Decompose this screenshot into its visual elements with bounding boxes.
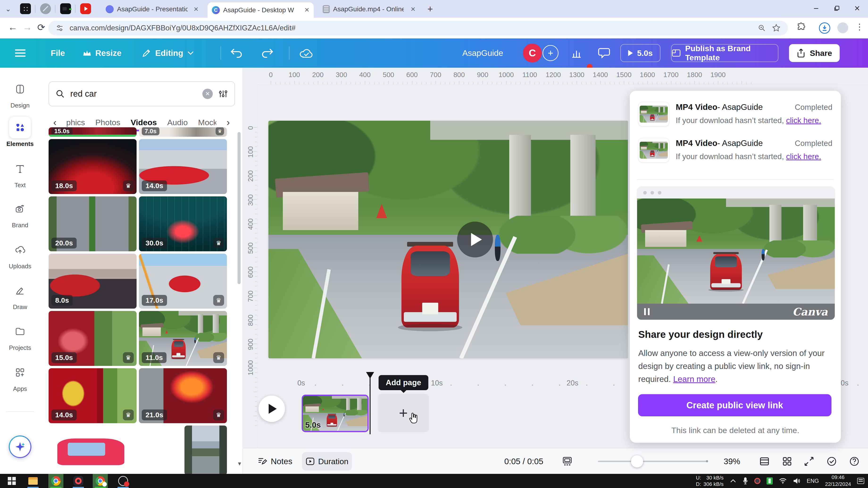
speaker-icon[interactable] [793, 478, 801, 484]
download-notification[interactable]: MP4 Video - AsapGuide Completed If your … [638, 138, 832, 162]
grid-view-icon[interactable] [782, 456, 793, 467]
video-thumb[interactable]: 14.0s [139, 139, 227, 194]
tab-close-icon[interactable]: ✕ [304, 6, 309, 14]
tab-graphics[interactable]: Graphics [67, 118, 85, 127]
zoom-percent[interactable]: 39% [724, 448, 740, 474]
chrome-button-1[interactable] [49, 474, 63, 488]
resize-menu[interactable]: Resize [83, 38, 121, 68]
sidebar-item-uploads[interactable]: Uploads [0, 239, 40, 270]
notification-center-icon[interactable] [857, 478, 864, 484]
sidebar-item-brand[interactable]: Brand [0, 198, 40, 229]
obs-button[interactable] [116, 474, 131, 488]
timeline-view-icon[interactable] [759, 456, 770, 467]
window-maximize-button[interactable] [830, 3, 843, 14]
video-thumb[interactable] [184, 426, 227, 474]
file-menu[interactable]: File [51, 38, 65, 68]
filter-icon[interactable] [218, 89, 228, 99]
publish-brand-template-button[interactable]: Publish as Brand Template [671, 44, 778, 62]
start-button[interactable] [4, 474, 19, 488]
design-page-video[interactable] [269, 121, 628, 358]
browser-menu-kebab-icon[interactable]: ⋮ [855, 22, 864, 32]
undo-button[interactable] [230, 38, 243, 68]
sidebar-item-apps[interactable]: Apps [0, 362, 40, 393]
editing-mode-dropdown[interactable]: Editing [142, 38, 194, 68]
tab-close-icon[interactable]: ✕ [410, 6, 415, 13]
account-avatar[interactable]: C [523, 44, 542, 63]
timeline-play-button[interactable] [258, 396, 285, 422]
click-here-link[interactable]: click here. [786, 116, 821, 125]
video-thumb[interactable]: 11.0s♛ [139, 311, 227, 366]
window-minimize-button[interactable] [809, 3, 823, 14]
fullscreen-icon[interactable] [804, 456, 814, 467]
notes-button[interactable]: Notes [257, 448, 292, 474]
scroll-down-icon[interactable]: ▾ [238, 460, 241, 467]
zoom-slider-handle[interactable] [631, 455, 643, 467]
tab-audio[interactable]: Audio [167, 118, 188, 127]
video-thumb[interactable]: 20.0s [49, 196, 136, 251]
sidebar-item-text[interactable]: Text [0, 158, 40, 189]
tabs-scroll-right-icon[interactable]: › [227, 117, 230, 128]
obs-tray-icon[interactable] [754, 478, 761, 484]
forward-icon[interactable]: → [23, 22, 32, 33]
magic-ai-button[interactable] [9, 435, 31, 458]
download-status-icon[interactable] [819, 22, 830, 34]
zoom-page-icon[interactable] [757, 24, 766, 32]
back-icon[interactable]: ← [8, 22, 18, 33]
pause-icon[interactable] [644, 308, 650, 315]
click-here-link[interactable]: click here. [786, 152, 821, 161]
video-thumb[interactable]: 21.0s♛ [139, 368, 227, 423]
video-thumb[interactable]: 14.0s♛ [49, 368, 136, 423]
file-explorer-button[interactable] [26, 474, 40, 488]
video-thumb[interactable]: 30.0s♛ [139, 196, 227, 251]
play-preview-button[interactable]: 5.0s [620, 44, 660, 62]
site-settings-icon[interactable] [55, 24, 64, 32]
tab-photos[interactable]: Photos [95, 118, 120, 127]
tab-videos[interactable]: Videos [131, 118, 157, 127]
browser-tab-mp4[interactable]: AsapGuide.mp4 - Online Rever ✕ [318, 2, 420, 16]
microphone-icon[interactable] [743, 477, 748, 485]
recorder-tray-icon[interactable] [767, 478, 773, 484]
search-bar[interactable]: ✕ [49, 81, 235, 106]
new-tab-button[interactable]: + [427, 4, 433, 14]
pinned-tab-muted-icon[interactable] [40, 3, 51, 14]
browser-tab-active-canva[interactable]: C AsapGuide - Desktop Wallpape ✕ [208, 2, 314, 18]
sidebar-item-projects[interactable]: Projects [0, 321, 40, 352]
wifi-icon[interactable] [779, 478, 787, 484]
pinned-tab-recorder-icon[interactable] [60, 3, 71, 14]
pinned-tab-app-icon[interactable] [20, 3, 31, 14]
language-indicator[interactable]: ENG [807, 478, 819, 484]
video-play-overlay[interactable] [457, 222, 493, 257]
duration-button[interactable]: Duration [302, 452, 352, 470]
opera-button[interactable] [71, 474, 86, 488]
insights-chart-icon[interactable] [570, 38, 583, 68]
panel-scrollbar[interactable] [238, 132, 241, 284]
sidebar-item-elements[interactable]: Elements [0, 117, 40, 148]
video-thumb[interactable]: 15.0s♛ [49, 311, 136, 366]
video-thumb[interactable]: 7.0s♛ [139, 127, 227, 137]
search-input[interactable] [70, 89, 197, 99]
main-menu-hamburger-icon[interactable] [14, 38, 26, 68]
tab-close-icon[interactable]: ✕ [193, 6, 198, 13]
reload-icon[interactable]: ⟳ [37, 22, 45, 33]
chrome-button-2[interactable] [93, 474, 108, 488]
tab-mockups[interactable]: Mockups [198, 118, 216, 127]
redo-button[interactable] [261, 38, 274, 68]
video-thumb[interactable]: 18.0s♛ [49, 139, 136, 194]
document-title[interactable]: AsapGuide [462, 38, 503, 68]
pinned-tab-youtube-icon[interactable] [80, 3, 91, 14]
tabs-scroll-left-icon[interactable]: ‹ [53, 117, 56, 128]
create-public-view-link-button[interactable]: Create public view link [638, 394, 832, 416]
bookmark-star-icon[interactable] [772, 24, 781, 33]
learn-more-link[interactable]: Learn more [673, 375, 715, 384]
comments-icon[interactable] [598, 38, 611, 68]
sidebar-item-draw[interactable]: Draw [0, 280, 40, 311]
tray-expand-chevron-icon[interactable] [730, 479, 736, 483]
profile-avatar[interactable] [837, 22, 848, 33]
share-button[interactable]: Share [789, 44, 840, 62]
sidebar-item-design[interactable]: Design [0, 78, 40, 109]
browser-tab-presentation[interactable]: AsapGuide - Presentation ✕ [101, 2, 203, 16]
window-close-button[interactable] [850, 3, 864, 14]
zoom-slider-track[interactable] [598, 461, 708, 462]
video-thumb[interactable]: 15.0s [49, 127, 136, 137]
video-thumb[interactable]: 17.0s♛ [139, 254, 227, 308]
